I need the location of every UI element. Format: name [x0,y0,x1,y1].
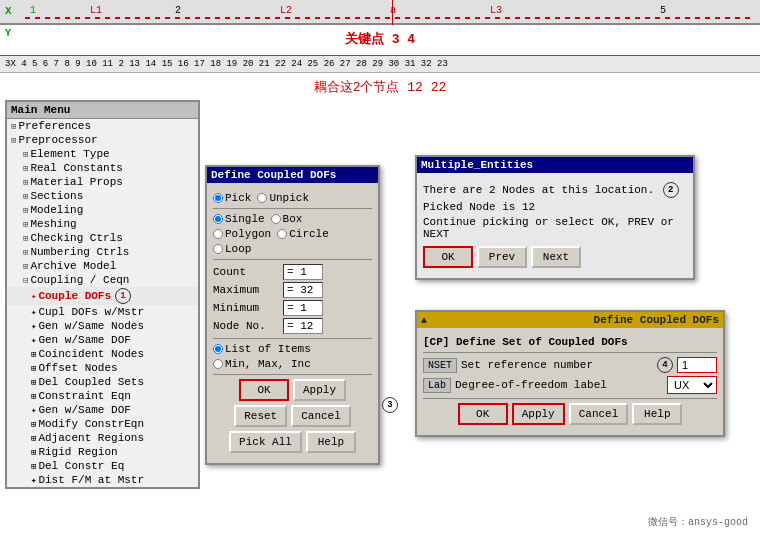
menu-meshing[interactable]: ⊞ Meshing [7,217,198,231]
menu-element-type-label: Element Type [30,148,109,160]
list-radio[interactable] [213,344,223,354]
expand-icon: ⊞ [31,461,36,472]
unpick-radio[interactable] [257,193,267,203]
circle-label: Circle [289,228,329,240]
menu-real-constants[interactable]: ⊞ Real Constants [7,161,198,175]
loop-radio-label[interactable]: Loop [213,243,251,255]
menu-material-props-label: Material Props [30,176,122,188]
minmax-radio-label[interactable]: Min, Max, Inc [213,358,311,370]
menu-numbering-ctrls[interactable]: ⊞ Numbering Ctrls [7,245,198,259]
next-button-multiple[interactable]: Next [531,246,581,268]
menu-modeling[interactable]: ⊞ Modeling [7,203,198,217]
prev-button-multiple[interactable]: Prev [477,246,527,268]
pick-radio-label[interactable]: Pick [213,192,251,204]
lab-select[interactable]: UX UY UZ ROTX ROTY ROTZ [667,376,717,394]
menu-del-coupled-sets[interactable]: ⊞ Del Coupled Sets [7,375,198,389]
single-radio-label[interactable]: Single [213,213,265,225]
ruler-top: X 1 L1 2 L2 a L3 5 Y [0,0,760,25]
menu-preferences-label: Preferences [18,120,91,132]
polygon-radio-label[interactable]: Polygon [213,228,271,240]
menu-gen-same-nodes[interactable]: ✦ Gen w/Same Nodes [7,319,198,333]
nset-tag: NSET [423,358,457,373]
pick-radio[interactable] [213,193,223,203]
unpick-label: Unpick [269,192,309,204]
single-radio[interactable] [213,214,223,224]
reset-button-left[interactable]: Reset [234,405,287,427]
multiple-btn-row: OK Prev Next [423,246,687,268]
ok-button-multiple[interactable]: OK [423,246,473,268]
menu-modeling-label: Modeling [30,204,83,216]
menu-gen-same-dof-2[interactable]: ✦ Gen w/Same DOF [7,403,198,417]
ok-button-right[interactable]: OK [458,403,508,425]
cancel-button-left[interactable]: Cancel [291,405,351,427]
list-radio-label[interactable]: List of Items [213,343,311,355]
menu-archive-model[interactable]: ⊞ Archive Model [7,259,198,273]
menu-element-type[interactable]: ⊞ Element Type [7,147,198,161]
dialog-body-multiple: There are 2 Nodes at this location. 2 Pi… [417,173,693,278]
expand-icon: ⊞ [23,233,28,244]
main-menu-title: Main Menu [7,102,198,119]
menu-adjacent-regions[interactable]: ⊞ Adjacent Regions [7,431,198,445]
annotation-3-container: 3 [380,397,398,413]
expand-icon: ⊟ [23,275,28,286]
nodeno-field-row: Node No. = 12 [213,318,372,334]
menu-del-constr-eq[interactable]: ⊞ Del Constr Eq [7,459,198,473]
maximum-value: = 32 [283,282,323,298]
menu-dist-fm-mstr[interactable]: ✦ Dist F/M at Mstr [7,473,198,487]
main-menu: Main Menu ⊞ Preferences ⊞ Preprocessor ⊞… [5,100,200,489]
menu-archive-model-label: Archive Model [30,260,116,272]
menu-checking-ctrls[interactable]: ⊞ Checking Ctrls [7,231,198,245]
menu-coincident-nodes[interactable]: ⊞ Coincident Nodes [7,347,198,361]
green-h-line [0,55,760,56]
menu-modify-constreqn[interactable]: ⊞ Modify ConstrEqn [7,417,198,431]
loop-label: Loop [225,243,251,255]
expand-icon: ⊞ [23,247,28,258]
loop-radio[interactable] [213,244,223,254]
help-button-right[interactable]: Help [632,403,682,425]
minmax-radio[interactable] [213,359,223,369]
menu-constraint-eqn[interactable]: ⊞ Constraint Eqn [7,389,198,403]
circle-radio-label[interactable]: Circle [277,228,329,240]
menu-offset-nodes[interactable]: ⊞ Offset Nodes [7,361,198,375]
key-nodes-label: 关键点 3 4 [0,30,760,48]
polygon-label: Polygon [225,228,271,240]
expand-icon: ⊞ [23,219,28,230]
dialog-title-left: Define Coupled DOFs [211,169,336,181]
menu-preprocessor[interactable]: ⊞ Preprocessor [7,133,198,147]
menu-couple-dofs[interactable]: ✦ Couple DOFs 1 [7,287,198,305]
expand-icon: ⊞ [31,363,36,374]
box-radio[interactable] [271,214,281,224]
nset-input[interactable] [677,357,717,373]
ruler-a: a [390,5,396,16]
box-radio-label[interactable]: Box [271,213,303,225]
unpick-radio-label[interactable]: Unpick [257,192,309,204]
expand-icon: ⊞ [31,447,36,458]
menu-gen-same-dof[interactable]: ✦ Gen w/Same DOF [7,333,198,347]
box-label: Box [283,213,303,225]
apply-button-right[interactable]: Apply [512,403,565,425]
menu-sections[interactable]: ⊞ Sections [7,189,198,203]
menu-coupling-ceqn[interactable]: ⊟ Coupling / Ceqn [7,273,198,287]
cancel-button-right[interactable]: Cancel [569,403,629,425]
apply-button-left[interactable]: Apply [293,379,346,401]
polygon-radio[interactable] [213,229,223,239]
menu-cupl-dofs-mstr[interactable]: ✦ Cupl DOFs w/Mstr [7,305,198,319]
list-radio-group: List of Items [213,343,372,355]
dialog-titlebar-right: ▲ Define Coupled DOFs [417,312,723,328]
pickall-button-left[interactable]: Pick All [229,431,302,453]
ruler-l3: L3 [490,5,502,16]
watermark: 微信号：ansys-good [644,513,752,531]
menu-rigid-region[interactable]: ⊞ Rigid Region [7,445,198,459]
ok-button-left[interactable]: OK [239,379,289,401]
menu-offset-nodes-label: Offset Nodes [38,362,117,374]
help-button-left[interactable]: Help [306,431,356,453]
nset-row: NSET Set reference number 4 [423,357,717,373]
dialog-titlebar-left: Define Coupled DOFs [207,167,378,183]
circle-radio[interactable] [277,229,287,239]
menu-preferences[interactable]: ⊞ Preferences [7,119,198,133]
polygon-circle-group: Polygon Circle [213,228,372,240]
star-icon: ✦ [31,335,36,346]
expand-icon: ⊞ [23,177,28,188]
menu-material-props[interactable]: ⊞ Material Props [7,175,198,189]
dialog-define-coupled-left: Define Coupled DOFs Pick Unpick Single [205,165,380,465]
